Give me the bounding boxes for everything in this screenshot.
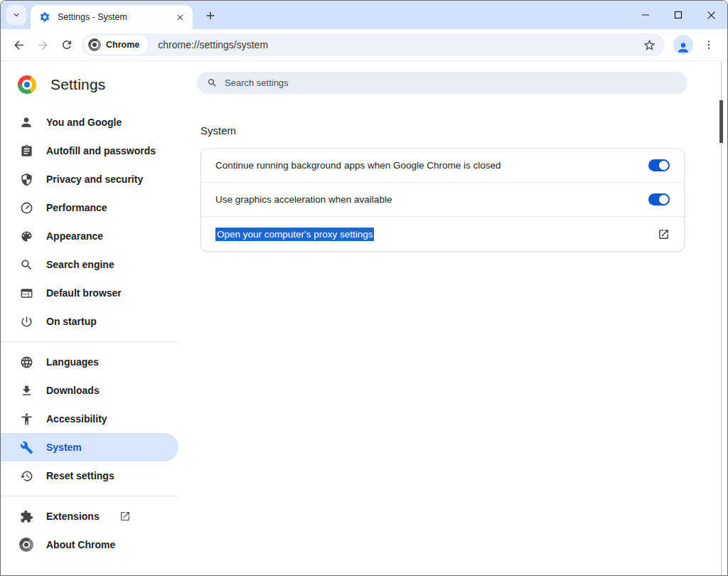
forward-button[interactable]: [31, 33, 55, 57]
sidebar-item-label: You and Google: [46, 117, 122, 128]
browser-window: Settings - System: [0, 0, 728, 576]
globe-icon: [19, 355, 33, 369]
sidebar-item-label: Autofill and passwords: [46, 145, 156, 156]
tab-settings-system[interactable]: Settings - System: [31, 5, 193, 29]
sidebar-item-on-startup[interactable]: On startup: [1, 307, 178, 336]
search-icon: [19, 257, 33, 272]
sidebar-item-label: Appearance: [46, 230, 103, 242]
back-button[interactable]: [6, 33, 31, 57]
reload-icon: [60, 38, 73, 51]
url-text[interactable]: chrome://settings/system: [158, 39, 639, 50]
sidebar-item-search-engine[interactable]: Search engine: [1, 250, 178, 279]
search-placeholder: Search settings: [225, 78, 289, 88]
close-icon: [176, 13, 185, 22]
download-icon: [19, 383, 33, 398]
search-icon: [207, 78, 218, 88]
sidebar-item-label: Performance: [46, 202, 107, 213]
sidebar-item-extensions[interactable]: Extensions: [1, 502, 178, 530]
tab-close-button[interactable]: [173, 10, 187, 24]
search-settings-input[interactable]: Search settings: [197, 72, 687, 94]
sidebar-item-autofill[interactable]: Autofill and passwords: [1, 137, 178, 165]
chevron-down-icon: [11, 10, 21, 20]
setting-row-graphics-acceleration: Use graphics acceleration when available: [201, 183, 684, 217]
wrench-icon: [19, 440, 33, 454]
speedometer-icon: [19, 201, 33, 215]
settings-main: Search settings System Continue running …: [178, 61, 727, 575]
forward-icon: [36, 38, 50, 52]
site-chip-label: Chrome: [106, 40, 139, 50]
person-icon: [676, 41, 690, 55]
shield-icon: [19, 172, 33, 186]
back-icon: [12, 38, 26, 52]
maximize-button[interactable]: [662, 1, 695, 29]
clipboard-icon: [19, 144, 33, 158]
section-title: System: [200, 124, 727, 137]
toggle-graphics-acceleration[interactable]: [648, 193, 670, 206]
sidebar-item-label: Default browser: [46, 287, 122, 299]
history-icon: [19, 469, 33, 483]
sidebar-item-about-chrome[interactable]: About Chrome: [1, 530, 178, 559]
sidebar-item-label: Search engine: [46, 259, 114, 270]
new-tab-button[interactable]: [200, 6, 220, 25]
minimize-icon: [641, 11, 650, 19]
chrome-icon: [19, 538, 33, 552]
chrome-logo-icon: [18, 75, 36, 94]
sidebar-item-appearance[interactable]: Appearance: [1, 222, 178, 250]
sidebar-item-default-browser[interactable]: Default browser: [1, 279, 178, 307]
settings-nav: You and Google Autofill and passwords Pr…: [1, 108, 178, 559]
page-content: Settings You and Google Autofill and pas…: [1, 61, 727, 575]
sidebar-divider: [1, 341, 178, 342]
bookmark-button[interactable]: [639, 35, 659, 55]
browser-menu-button[interactable]: [699, 35, 719, 55]
reload-button[interactable]: [55, 33, 79, 57]
tab-strip: Settings - System: [1, 1, 727, 29]
sidebar-item-you-and-google[interactable]: You and Google: [1, 108, 178, 137]
close-icon: [707, 11, 716, 20]
maximize-icon: [674, 11, 682, 19]
sidebar-item-performance[interactable]: Performance: [1, 193, 178, 222]
sidebar-item-label: About Chrome: [46, 539, 115, 550]
setting-label: Use graphics acceleration when available: [215, 194, 648, 205]
sidebar-divider: [1, 496, 178, 496]
star-icon: [643, 38, 656, 52]
toggle-background-apps[interactable]: [648, 159, 670, 171]
minimize-button[interactable]: [629, 1, 662, 29]
sidebar-item-label: Extensions: [46, 511, 100, 522]
setting-label: Open your computer's proxy settings: [215, 229, 658, 240]
kebab-icon: [703, 39, 714, 50]
close-window-button[interactable]: [695, 1, 727, 29]
sidebar-item-label: Privacy and security: [46, 174, 143, 185]
setting-label: Continue running background apps when Go…: [215, 160, 648, 171]
sidebar-item-privacy[interactable]: Privacy and security: [1, 165, 178, 193]
sidebar-item-accessibility[interactable]: Accessibility: [1, 405, 178, 433]
plus-icon: [204, 9, 217, 22]
sidebar-item-system[interactable]: System: [1, 433, 178, 462]
accessibility-icon: [19, 412, 33, 426]
setting-row-proxy-settings[interactable]: Open your computer's proxy settings: [201, 217, 684, 251]
address-bar[interactable]: Chrome chrome://settings/system: [82, 33, 665, 56]
tab-search-button[interactable]: [6, 5, 26, 25]
power-icon: [19, 314, 33, 329]
sidebar-item-languages[interactable]: Languages: [1, 348, 178, 376]
sidebar-item-downloads[interactable]: Downloads: [1, 376, 178, 405]
palette-icon: [19, 229, 33, 243]
open-in-new-icon: [119, 511, 131, 522]
sidebar-item-label: On startup: [46, 316, 97, 327]
person-icon: [19, 115, 33, 129]
browser-window-icon: [19, 286, 33, 300]
site-info-chip[interactable]: Chrome: [85, 36, 148, 54]
profile-avatar[interactable]: [673, 35, 693, 55]
sidebar-item-label: System: [46, 442, 82, 453]
settings-sidebar: Settings You and Google Autofill and pas…: [1, 61, 178, 575]
scrollbar-thumb[interactable]: [719, 100, 723, 143]
sidebar-item-label: Reset settings: [46, 470, 114, 481]
puzzle-icon: [19, 509, 33, 523]
tab-title: Settings - System: [58, 12, 173, 22]
toolbar: Chrome chrome://settings/system: [1, 29, 727, 61]
system-settings-card: Continue running background apps when Go…: [200, 148, 685, 252]
open-in-new-icon: [658, 228, 670, 240]
gear-icon: [39, 11, 50, 23]
proxy-settings-link[interactable]: Open your computer's proxy settings: [215, 228, 374, 241]
sidebar-item-reset-settings[interactable]: Reset settings: [1, 462, 178, 490]
page-scrollbar[interactable]: [721, 62, 727, 575]
